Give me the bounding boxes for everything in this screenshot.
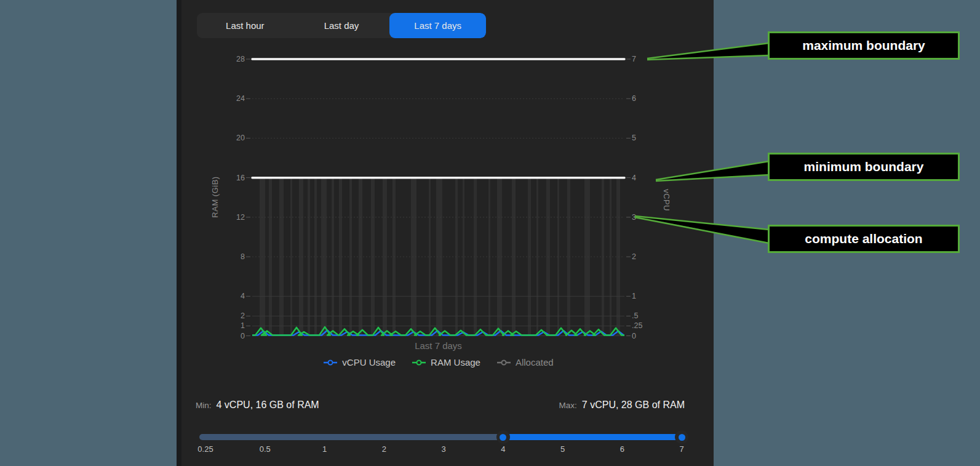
legend-item-vcpu-usage[interactable]: vCPU Usage <box>323 357 396 368</box>
x-axis-label: Last 7 days <box>252 340 624 351</box>
y-tick-label: 8 <box>214 252 245 262</box>
panel-left-edge <box>177 0 181 466</box>
y-tick-label: .5 <box>632 311 663 321</box>
slider-tick-label: 4 <box>501 444 505 454</box>
tab-last-day[interactable]: Last day <box>293 13 390 38</box>
y-tick-label: 2 <box>214 311 245 321</box>
autoscaling-metrics-panel: Last hourLast dayLast 7 days 28242016128… <box>177 0 714 466</box>
left-axis-title: RAM (GiB) <box>210 154 223 240</box>
slider-active-range <box>503 434 683 440</box>
compute-range-summary: Min: 4 vCPU, 16 GB of RAM Max: 7 vCPU, 2… <box>196 400 685 411</box>
legend-label: vCPU Usage <box>342 357 396 368</box>
slider-handle-4[interactable] <box>496 430 510 444</box>
min-label: Min: <box>196 401 212 410</box>
compute-size-slider[interactable] <box>199 434 683 440</box>
y-tick-label: 5 <box>632 133 663 143</box>
slider-handle-7[interactable] <box>675 430 688 444</box>
y-tick-label: 1 <box>214 321 245 331</box>
chart-legend: vCPU Usage RAM Usage Allocated <box>252 357 624 368</box>
slider-handle-dot <box>500 434 506 441</box>
slider-tick-label: 0.25 <box>197 444 213 454</box>
slider-tick-labels: 0.250.51234567 <box>205 444 682 456</box>
annotation-maximum-boundary: maximum boundary <box>768 31 960 60</box>
vcpu-usage-marker-icon <box>323 360 338 366</box>
y-tick-label: 0 <box>214 331 245 341</box>
y-tick-label: 4 <box>632 173 663 183</box>
right-axis-title: vCPU <box>659 175 671 225</box>
slider-tick-label: 3 <box>441 444 445 454</box>
y-tick-label: 28 <box>214 54 245 64</box>
annotation-minimum-boundary: minimum boundary <box>768 153 960 181</box>
min-compute-group: Min: 4 vCPU, 16 GB of RAM <box>196 400 319 411</box>
slider-tick-label: 0.5 <box>260 444 271 454</box>
max-label: Max: <box>559 401 577 410</box>
slider-tick-label: 6 <box>620 444 624 454</box>
tab-last-7-days[interactable]: Last 7 days <box>389 13 486 38</box>
y-tick-label: 4 <box>214 291 245 301</box>
y-tick-label: 6 <box>632 94 663 103</box>
slider-tick-label: 1 <box>322 444 327 454</box>
legend-item-allocated[interactable]: Allocated <box>496 357 554 368</box>
slider-tick-label: 2 <box>382 444 386 454</box>
y-tick-label: 20 <box>214 133 245 143</box>
slider-tick-label: 7 <box>679 444 683 454</box>
y-tick-label: 2 <box>632 252 663 262</box>
legend-label: Allocated <box>516 357 554 368</box>
tab-last-hour[interactable]: Last hour <box>197 13 293 38</box>
annotation-compute-allocation: compute allocation <box>768 225 960 253</box>
slider-handle-dot <box>679 434 685 441</box>
ram-usage-marker-icon <box>412 360 426 366</box>
max-compute-group: Max: 7 vCPU, 28 GB of RAM <box>559 400 685 411</box>
y-tick-label: 7 <box>632 54 663 64</box>
max-value: 7 vCPU, 28 GB of RAM <box>582 400 685 411</box>
usage-chart <box>252 53 624 348</box>
y-tick-label: 0 <box>632 331 663 341</box>
time-range-tabs: Last hourLast dayLast 7 days <box>197 13 486 38</box>
y-tick-label: 1 <box>632 291 663 301</box>
legend-label: RAM Usage <box>431 357 480 368</box>
legend-item-ram-usage[interactable]: RAM Usage <box>412 357 480 368</box>
y-tick-label: 24 <box>214 94 245 103</box>
min-value: 4 vCPU, 16 GB of RAM <box>217 400 319 411</box>
y-tick-label: .25 <box>632 321 663 331</box>
allocated-marker-icon <box>496 360 511 366</box>
slider-tick-label: 5 <box>560 444 565 454</box>
y-tick-label: 3 <box>632 212 663 222</box>
